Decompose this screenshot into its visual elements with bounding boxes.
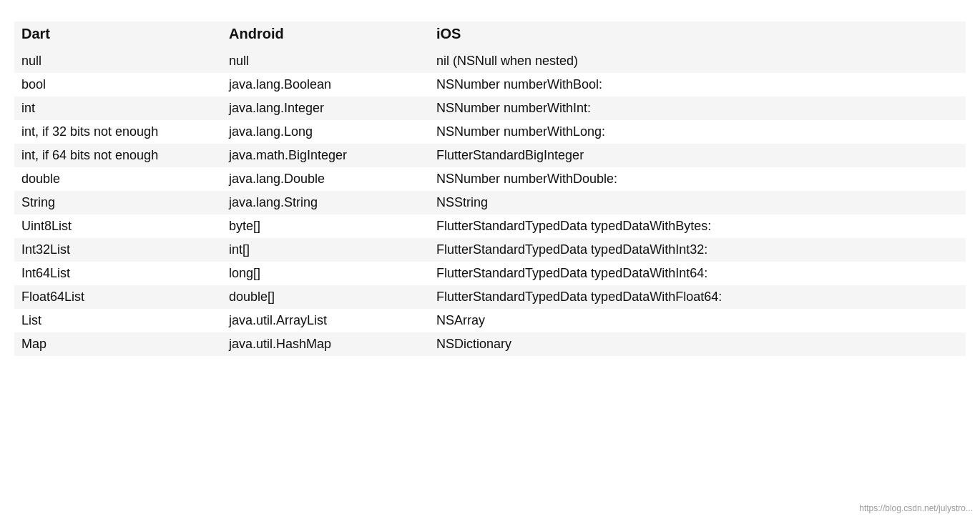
table-row: int, if 64 bits not enoughjava.math.BigI… xyxy=(14,144,966,167)
cell-android: int[] xyxy=(222,238,429,262)
cell-android: java.lang.Long xyxy=(222,120,429,144)
cell-ios: NSArray xyxy=(429,309,966,332)
cell-dart: Int64List xyxy=(14,262,222,285)
cell-dart: bool xyxy=(14,73,222,97)
table-body: nullnullnil (NSNull when nested)booljava… xyxy=(14,49,966,356)
cell-dart: Float64List xyxy=(14,285,222,309)
cell-dart: int, if 64 bits not enough xyxy=(14,144,222,167)
header-ios: iOS xyxy=(429,21,966,49)
cell-android: long[] xyxy=(222,262,429,285)
cell-android: byte[] xyxy=(222,214,429,238)
cell-ios: NSNumber numberWithBool: xyxy=(429,73,966,97)
cell-dart: List xyxy=(14,309,222,332)
cell-ios: FlutterStandardTypedData typedDataWithBy… xyxy=(429,214,966,238)
cell-ios: NSDictionary xyxy=(429,332,966,356)
cell-android: double[] xyxy=(222,285,429,309)
cell-ios: NSString xyxy=(429,191,966,214)
cell-android: null xyxy=(222,49,429,73)
table-header-row: Dart Android iOS xyxy=(14,21,966,49)
cell-android: java.lang.Boolean xyxy=(222,73,429,97)
table-row: nullnullnil (NSNull when nested) xyxy=(14,49,966,73)
cell-dart: double xyxy=(14,167,222,191)
header-dart: Dart xyxy=(14,21,222,49)
table-row: Mapjava.util.HashMapNSDictionary xyxy=(14,332,966,356)
cell-ios: NSNumber numberWithLong: xyxy=(429,120,966,144)
table-row: Int64Listlong[]FlutterStandardTypedData … xyxy=(14,262,966,285)
cell-dart: Uint8List xyxy=(14,214,222,238)
table-row: Int32Listint[]FlutterStandardTypedData t… xyxy=(14,238,966,262)
table-row: Float64Listdouble[]FlutterStandardTypedD… xyxy=(14,285,966,309)
table-row: Uint8Listbyte[]FlutterStandardTypedData … xyxy=(14,214,966,238)
cell-android: java.math.BigInteger xyxy=(222,144,429,167)
cell-dart: Int32List xyxy=(14,238,222,262)
cell-ios: NSNumber numberWithInt: xyxy=(429,97,966,120)
table-row: Stringjava.lang.StringNSString xyxy=(14,191,966,214)
cell-dart: null xyxy=(14,49,222,73)
cell-dart: String xyxy=(14,191,222,214)
cell-android: java.util.HashMap xyxy=(222,332,429,356)
table-row: intjava.lang.IntegerNSNumber numberWithI… xyxy=(14,97,966,120)
table-row: booljava.lang.BooleanNSNumber numberWith… xyxy=(14,73,966,97)
cell-ios: FlutterStandardTypedData typedDataWithFl… xyxy=(429,285,966,309)
cell-android: java.lang.Integer xyxy=(222,97,429,120)
header-android: Android xyxy=(222,21,429,49)
type-mapping-table: Dart Android iOS nullnullnil (NSNull whe… xyxy=(14,21,966,356)
cell-ios: FlutterStandardBigInteger xyxy=(429,144,966,167)
cell-dart: int, if 32 bits not enough xyxy=(14,120,222,144)
cell-ios: NSNumber numberWithDouble: xyxy=(429,167,966,191)
cell-dart: Map xyxy=(14,332,222,356)
cell-android: java.util.ArrayList xyxy=(222,309,429,332)
cell-android: java.lang.String xyxy=(222,191,429,214)
table-row: int, if 32 bits not enoughjava.lang.Long… xyxy=(14,120,966,144)
table-row: doublejava.lang.DoubleNSNumber numberWit… xyxy=(14,167,966,191)
cell-ios: nil (NSNull when nested) xyxy=(429,49,966,73)
main-table-container: Dart Android iOS nullnullnil (NSNull whe… xyxy=(14,21,966,356)
cell-dart: int xyxy=(14,97,222,120)
cell-ios: FlutterStandardTypedData typedDataWithIn… xyxy=(429,262,966,285)
cell-android: java.lang.Double xyxy=(222,167,429,191)
watermark: https://blog.csdn.net/julystro... xyxy=(859,503,973,513)
table-row: Listjava.util.ArrayListNSArray xyxy=(14,309,966,332)
cell-ios: FlutterStandardTypedData typedDataWithIn… xyxy=(429,238,966,262)
